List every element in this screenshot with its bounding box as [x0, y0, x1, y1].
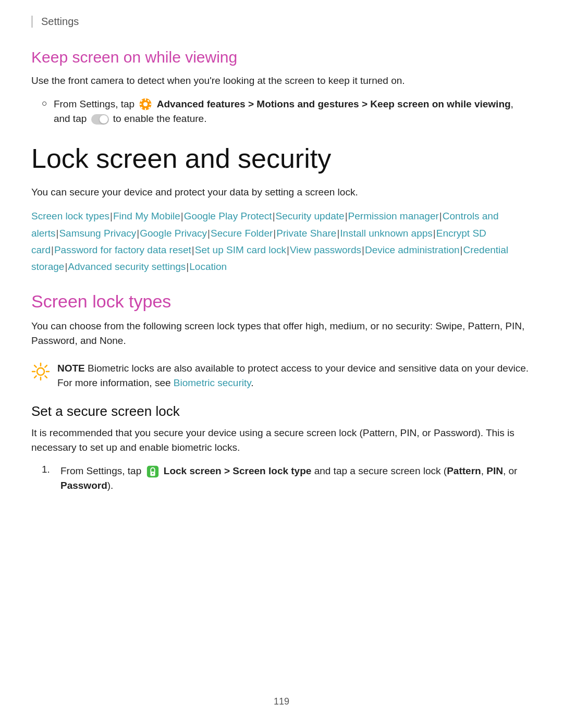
- breadcrumb-text: Settings: [41, 16, 79, 27]
- note-text: NOTE Biometric locks are also available …: [57, 361, 532, 391]
- step-1: 1. From Settings, tap Lock screen > Scre…: [42, 464, 532, 493]
- svg-line-18: [34, 376, 36, 378]
- links-paragraph: Screen lock types|Find My Mobile|Google …: [31, 208, 532, 275]
- svg-point-21: [152, 473, 153, 474]
- link-secure-folder[interactable]: Secure Folder: [211, 228, 273, 239]
- note-box: NOTE Biometric locks are also available …: [31, 361, 532, 391]
- keep-screen-title: Keep screen on while viewing: [31, 48, 532, 66]
- link-screen-lock-types[interactable]: Screen lock types: [31, 211, 109, 221]
- secure-lock-title: Set a secure screen lock: [31, 403, 532, 419]
- svg-point-10: [37, 368, 44, 375]
- screen-lock-types-body: You can choose from the following screen…: [31, 319, 532, 349]
- secure-lock-body: It is recommended that you secure your d…: [31, 426, 532, 455]
- link-password-factory[interactable]: Password for factory data reset: [54, 244, 191, 255]
- svg-line-17: [45, 365, 47, 367]
- step1-bold: Lock screen > Screen lock type: [164, 465, 312, 476]
- screen-lock-types-title: Screen lock types: [31, 291, 532, 312]
- lock-screen-intro: You can secure your device and protect y…: [31, 185, 532, 200]
- note-sun-icon: [31, 362, 50, 381]
- settings-gear-icon: [139, 97, 152, 111]
- link-samsung-privacy[interactable]: Samsung Privacy: [59, 228, 136, 239]
- svg-line-16: [45, 376, 47, 378]
- link-google-play-protect[interactable]: Google Play Protect: [184, 211, 272, 221]
- link-location[interactable]: Location: [189, 261, 227, 272]
- svg-rect-4: [140, 104, 142, 105]
- main-heading: Lock screen and security: [31, 142, 532, 175]
- link-sim-card-lock[interactable]: Set up SIM card lock: [195, 244, 286, 255]
- bullet-icon: ○: [42, 98, 47, 109]
- svg-line-15: [34, 365, 36, 367]
- bullet-bold-text: Advanced features > Motions and gestures…: [157, 98, 511, 109]
- link-google-privacy[interactable]: Google Privacy: [140, 228, 207, 239]
- svg-point-1: [143, 102, 148, 106]
- link-security-update[interactable]: Security update: [276, 211, 345, 221]
- link-private-share[interactable]: Private Share: [276, 228, 336, 239]
- keep-screen-bullet: ○ From Settings, tap Advanced features: [42, 97, 532, 127]
- svg-rect-5: [150, 104, 152, 105]
- step-number: 1.: [42, 464, 55, 475]
- breadcrumb: Settings: [31, 16, 532, 28]
- bullet-text: From Settings, tap Advanced features > M…: [54, 97, 532, 127]
- step1-bold4: Password: [60, 480, 107, 491]
- link-advanced-security[interactable]: Advanced security settings: [68, 261, 186, 272]
- step1-bold3: PIN: [486, 465, 503, 476]
- link-permission-manager[interactable]: Permission manager: [348, 211, 439, 221]
- note-biometric-link[interactable]: Biometric security: [174, 377, 251, 388]
- link-find-my-mobile[interactable]: Find My Mobile: [113, 211, 180, 221]
- svg-rect-3: [145, 108, 146, 110]
- toggle-switch-icon: [91, 114, 109, 125]
- step1-bold2: Pattern: [447, 465, 481, 476]
- note-label: NOTE: [57, 363, 85, 374]
- link-install-unknown-apps[interactable]: Install unknown apps: [340, 228, 432, 239]
- link-device-admin[interactable]: Device administration: [365, 244, 460, 255]
- svg-rect-2: [145, 98, 146, 101]
- lock-screen-icon: [146, 465, 160, 478]
- link-view-passwords[interactable]: View passwords: [290, 244, 361, 255]
- page-container: Settings Keep screen on while viewing Us…: [0, 0, 563, 728]
- keep-screen-body: Use the front camera to detect when you'…: [31, 73, 532, 89]
- page-number: 119: [0, 696, 563, 707]
- step-1-text: From Settings, tap Lock screen > Screen …: [60, 464, 532, 493]
